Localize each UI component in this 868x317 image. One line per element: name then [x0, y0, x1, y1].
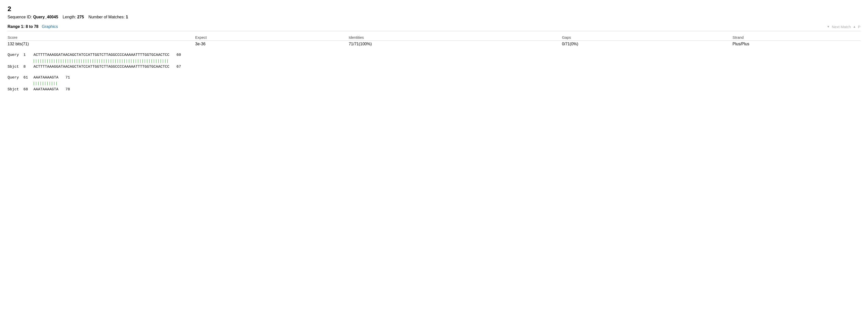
bars-chars-1: ||||||||||||||||||||||||||||||||||||||||…: [33, 59, 169, 64]
query-end-2: 71: [61, 75, 70, 81]
matches-value: 1: [126, 15, 128, 19]
matches-label: Number of Matches:: [88, 15, 125, 19]
bars-line-2: |||||||||||: [33, 81, 861, 87]
sbjct-start-1: 8: [23, 64, 33, 70]
query-end-1: 60: [172, 52, 181, 58]
query-seq-2: AAATAAAAGTA: [33, 75, 58, 81]
nav-controls: ▼ Next Match ▲ P: [827, 25, 861, 29]
sbjct-end-2: 78: [61, 87, 70, 93]
prev-match-icon: ▼: [827, 25, 830, 28]
range-header: Range 1: 8 to 78 Graphics ▼ Next Match ▲…: [7, 24, 861, 29]
stats-table: Score Expect Identities Gaps Strand 132 …: [7, 34, 861, 47]
stat-expect: 3e-36: [195, 41, 349, 47]
stat-identities: 71/71(100%): [349, 41, 562, 47]
sequence-id-value: Query_40045: [33, 15, 58, 19]
sbjct-label-1: Sbjct: [7, 64, 23, 70]
sbjct-seq-2: AAATAAAAGTA: [33, 87, 58, 93]
sequence-info: Sequence ID: Query_40045 Length: 275 Num…: [7, 15, 861, 20]
stat-gaps: 0/71(0%): [562, 41, 733, 47]
col-header-gaps: Gaps: [562, 34, 733, 41]
stat-score: 132 bits(71): [7, 41, 195, 47]
col-header-expect: Expect: [195, 34, 349, 41]
sequence-id-label: Sequence ID:: [7, 15, 32, 19]
query-row-2: Query 61 AAATAAAAGTA 71: [7, 75, 861, 81]
query-start-1: 1: [23, 52, 33, 58]
sbjct-row-2: Sbjct 68 AAATAAAAGTA 78: [7, 87, 861, 93]
query-seq-1: ACTTTTAAAGGATAACAGCTATCCATTGGTCTTAGGCCCC…: [33, 52, 169, 58]
alignment-section: Query 1 ACTTTTAAAGGATAACAGCTATCCATTGGTCT…: [7, 52, 861, 92]
col-header-strand: Strand: [733, 34, 861, 41]
sequence-number: 2: [7, 5, 861, 13]
query-label-2: Query: [7, 75, 23, 81]
bars-chars-2: |||||||||||: [33, 81, 58, 87]
divider-1: [7, 31, 861, 31]
query-row-1: Query 1 ACTTTTAAAGGATAACAGCTATCCATTGGTCT…: [7, 52, 861, 58]
sbjct-end-1: 67: [172, 64, 181, 70]
sbjct-seq-1: ACTTTTAAAGGATAACAGCTATCCATTGGTCTTAGGCCCC…: [33, 64, 169, 70]
length-label: Length:: [63, 15, 76, 19]
next-match-icon: ▲: [853, 25, 856, 28]
next-match-text[interactable]: Next Match: [832, 25, 851, 29]
bars-line-1: ||||||||||||||||||||||||||||||||||||||||…: [33, 59, 861, 64]
stat-strand: Plus/Plus: [733, 41, 861, 47]
prev-match-nav-text[interactable]: P: [858, 25, 861, 29]
range-label: Range 1: 8 to 78: [7, 24, 38, 29]
col-header-score: Score: [7, 34, 195, 41]
sbjct-row-1: Sbjct 8 ACTTTTAAAGGATAACAGCTATCCATTGGTCT…: [7, 64, 861, 70]
col-header-identities: Identities: [349, 34, 562, 41]
range-title: Range 1: 8 to 78 Graphics: [7, 24, 58, 29]
graphics-link[interactable]: Graphics: [42, 24, 58, 29]
alignment-block-1: Query 1 ACTTTTAAAGGATAACAGCTATCCATTGGTCT…: [7, 52, 861, 70]
query-label-1: Query: [7, 52, 23, 58]
alignment-block-2: Query 61 AAATAAAAGTA 71 ||||||||||| Sbjc…: [7, 75, 861, 93]
length-value: 275: [77, 15, 84, 19]
sbjct-start-2: 68: [23, 87, 33, 93]
query-start-2: 61: [23, 75, 33, 81]
sbjct-label-2: Sbjct: [7, 87, 23, 93]
